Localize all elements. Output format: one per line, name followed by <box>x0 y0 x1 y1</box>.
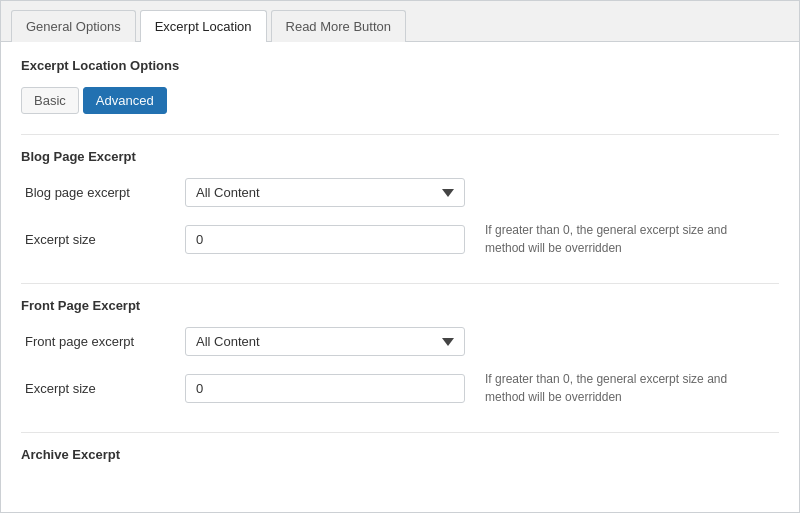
main-container: General Options Excerpt Location Read Mo… <box>0 0 800 513</box>
sub-tab-advanced[interactable]: Advanced <box>83 87 167 114</box>
front-size-input[interactable] <box>185 374 465 403</box>
front-excerpt-select[interactable]: All Content Excerpt None <box>185 327 465 356</box>
tab-bar: General Options Excerpt Location Read Mo… <box>1 1 799 42</box>
archive-section-title: Archive Excerpt <box>21 447 779 462</box>
blog-size-row: Excerpt size If greater than 0, the gene… <box>21 221 779 257</box>
front-excerpt-label: Front page excerpt <box>25 334 185 349</box>
blog-section-title: Blog Page Excerpt <box>21 149 779 164</box>
archive-section: Archive Excerpt <box>21 432 779 482</box>
blog-section: Blog Page Excerpt Blog page excerpt All … <box>21 134 779 277</box>
sub-tab-basic[interactable]: Basic <box>21 87 79 114</box>
front-section-title: Front Page Excerpt <box>21 298 779 313</box>
tab-read-more[interactable]: Read More Button <box>271 10 407 42</box>
blog-excerpt-select[interactable]: All Content Excerpt None <box>185 178 465 207</box>
tab-general[interactable]: General Options <box>11 10 136 42</box>
front-excerpt-row: Front page excerpt All Content Excerpt N… <box>21 327 779 356</box>
section-options-title: Excerpt Location Options <box>21 58 779 73</box>
front-section: Front Page Excerpt Front page excerpt Al… <box>21 283 779 426</box>
blog-size-input-wrapper <box>185 225 465 254</box>
blog-size-hint: If greater than 0, the general excerpt s… <box>485 221 765 257</box>
front-excerpt-select-wrapper: All Content Excerpt None <box>185 327 465 356</box>
front-size-label: Excerpt size <box>25 381 185 396</box>
blog-excerpt-row: Blog page excerpt All Content Excerpt No… <box>21 178 779 207</box>
blog-size-input[interactable] <box>185 225 465 254</box>
blog-excerpt-select-wrapper: All Content Excerpt None <box>185 178 465 207</box>
blog-size-label: Excerpt size <box>25 232 185 247</box>
tab-excerpt-location[interactable]: Excerpt Location <box>140 10 267 42</box>
front-size-hint: If greater than 0, the general excerpt s… <box>485 370 765 406</box>
content-area: Excerpt Location Options Basic Advanced … <box>1 42 799 504</box>
front-size-row: Excerpt size If greater than 0, the gene… <box>21 370 779 406</box>
sub-tab-bar: Basic Advanced <box>21 87 779 114</box>
blog-excerpt-label: Blog page excerpt <box>25 185 185 200</box>
front-size-input-wrapper <box>185 374 465 403</box>
